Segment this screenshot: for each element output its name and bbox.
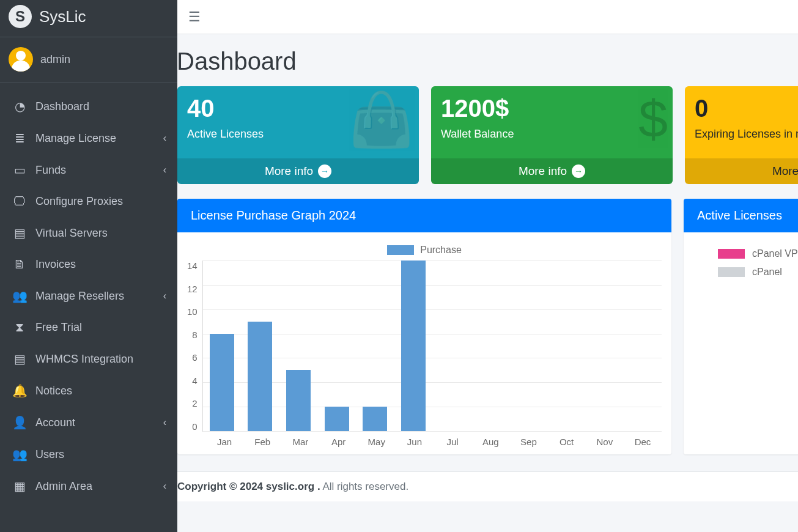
chart-plot xyxy=(202,260,662,432)
y-tick: 12 xyxy=(187,284,198,294)
more-info-label: More info xyxy=(772,164,798,178)
legend-swatch-icon xyxy=(718,267,745,277)
brand-logo-icon: S xyxy=(9,5,32,28)
hamburger-icon[interactable]: ☰ xyxy=(188,9,201,25)
main: ☰ Dashboard 40Active Licenses👜More info→… xyxy=(177,0,798,532)
bar-mar xyxy=(279,260,318,431)
y-tick: 4 xyxy=(192,375,197,386)
x-tick: Oct xyxy=(548,432,586,447)
nav-label: Invoices xyxy=(35,258,166,271)
stat-label: Wallet Balance xyxy=(441,128,663,141)
x-tick: Sep xyxy=(509,432,547,447)
chart-panel-title: License Purchase Graph 2024 xyxy=(177,199,671,232)
sidebar: S SysLic admin ◔Dashboard≣Manage License… xyxy=(0,0,177,532)
bar-nov xyxy=(585,260,624,431)
chart-y-axis: 14121086420 xyxy=(187,260,202,432)
y-tick: 14 xyxy=(187,260,198,271)
bar-aug xyxy=(470,260,509,431)
bar-jul xyxy=(432,260,471,431)
chevron-left-icon: ‹ xyxy=(163,164,166,175)
nav-icon: ⧗ xyxy=(11,320,28,334)
more-info-label: More info xyxy=(265,164,313,178)
nav-icon: 👤 xyxy=(11,415,28,430)
legend-label: cPanel xyxy=(752,267,782,278)
nav-icon: ◔ xyxy=(11,99,28,114)
sidebar-item-users[interactable]: 👥Users xyxy=(0,438,177,470)
x-tick: Feb xyxy=(243,432,281,447)
sidebar-item-funds[interactable]: ▭Funds‹ xyxy=(0,154,177,186)
stat-bg-icon: 👜 xyxy=(349,89,414,150)
nav-label: Dashboard xyxy=(35,100,166,113)
y-tick: 0 xyxy=(192,421,197,432)
x-tick: Jan xyxy=(205,432,243,447)
nav-label: Admin Area xyxy=(35,480,163,493)
footer-copyright: Copyright © 2024 syslic.org . xyxy=(177,481,320,492)
nav-icon: 🗎 xyxy=(11,257,28,272)
sidebar-item-free-trial[interactable]: ⧗Free Trial xyxy=(0,312,177,343)
bar xyxy=(210,334,234,431)
sidebar-item-admin-area[interactable]: ▦Admin Area‹ xyxy=(0,470,177,502)
nav-label: Free Trial xyxy=(35,321,166,334)
page-title: Dashboard xyxy=(177,48,798,86)
nav-label: WHMCS Integration xyxy=(35,353,166,366)
stat-label: Expiring Licenses in next 7 days xyxy=(695,128,798,141)
sidebar-item-virtual-servers[interactable]: ▤Virtual Servers xyxy=(0,217,177,249)
sidebar-item-configure-proxies[interactable]: 🖵Configure Proxies xyxy=(0,186,177,217)
x-tick: Mar xyxy=(281,432,319,447)
chevron-left-icon: ‹ xyxy=(163,133,166,144)
nav-label: Manage Resellers xyxy=(35,290,163,303)
nav-label: Virtual Servers xyxy=(35,227,166,240)
nav-icon: ▭ xyxy=(11,163,28,177)
footer-rest: All rights reserved. xyxy=(320,481,409,492)
bar xyxy=(363,407,387,431)
sidebar-item-dashboard[interactable]: ◔Dashboard xyxy=(0,91,177,122)
nav-icon: ≣ xyxy=(11,131,28,146)
nav-icon: ▤ xyxy=(11,226,28,240)
nav-label: Notices xyxy=(35,385,166,397)
y-tick: 10 xyxy=(187,306,198,317)
sidebar-item-invoices[interactable]: 🗎Invoices xyxy=(0,249,177,280)
bar-jan xyxy=(203,260,242,431)
bar-chart: Purchase 14121086420 xyxy=(187,245,662,447)
legend-row: cPanel VPS xyxy=(718,248,798,259)
sidebar-item-whmcs-integration[interactable]: ▤WHMCS Integration xyxy=(0,343,177,375)
chevron-left-icon: ‹ xyxy=(163,290,166,301)
x-tick: Dec xyxy=(624,432,662,447)
stat-card-expiring-licenses-in-next-7-days: 0Expiring Licenses in next 7 days⏱More i… xyxy=(685,86,798,184)
bar xyxy=(401,260,426,431)
stat-card-active-licenses: 40Active Licenses👜More info→ xyxy=(177,86,419,184)
sidebar-item-account[interactable]: 👤Account‹ xyxy=(0,407,177,438)
stat-cards-row: 40Active Licenses👜More info→1200$Wallet … xyxy=(177,86,798,184)
x-tick: Jun xyxy=(396,432,434,447)
more-info-button[interactable]: More info→ xyxy=(177,158,419,184)
legend-label: cPanel VPS xyxy=(752,248,798,259)
sidebar-item-manage-resellers[interactable]: 👥Manage Resellers‹ xyxy=(0,280,177,312)
brand-name: SysLic xyxy=(39,7,86,26)
stat-value: 1200$ xyxy=(441,95,663,122)
x-tick: May xyxy=(358,432,396,447)
nav-icon: ▤ xyxy=(11,352,28,366)
stat-bg-icon: $ xyxy=(638,89,668,149)
nav-label: Users xyxy=(35,448,166,461)
bar-dec xyxy=(624,260,662,431)
bar-apr xyxy=(317,260,356,431)
more-info-button[interactable]: More info→ xyxy=(431,158,673,184)
nav-icon: 🔔 xyxy=(11,383,28,398)
bar-oct xyxy=(547,260,585,431)
sidebar-item-notices[interactable]: 🔔Notices xyxy=(0,375,177,407)
bar xyxy=(248,322,272,431)
avatar-icon xyxy=(9,47,33,72)
user-panel[interactable]: admin xyxy=(0,37,177,83)
y-tick: 8 xyxy=(192,330,197,340)
nav-label: Configure Proxies xyxy=(35,195,166,208)
legend-swatch-icon xyxy=(387,245,414,255)
sidebar-nav: ◔Dashboard≣Manage License‹▭Funds‹🖵Config… xyxy=(0,83,177,532)
bar-jun xyxy=(394,260,432,431)
x-tick: Aug xyxy=(471,432,509,447)
legend-label: Purchase xyxy=(420,245,462,256)
sidebar-item-manage-license[interactable]: ≣Manage License‹ xyxy=(0,122,177,154)
brand[interactable]: S SysLic xyxy=(0,0,177,37)
panels-row: License Purchase Graph 2024 Purchase 141… xyxy=(177,199,798,454)
more-info-button[interactable]: More info→ xyxy=(685,158,798,184)
bar xyxy=(286,370,311,431)
